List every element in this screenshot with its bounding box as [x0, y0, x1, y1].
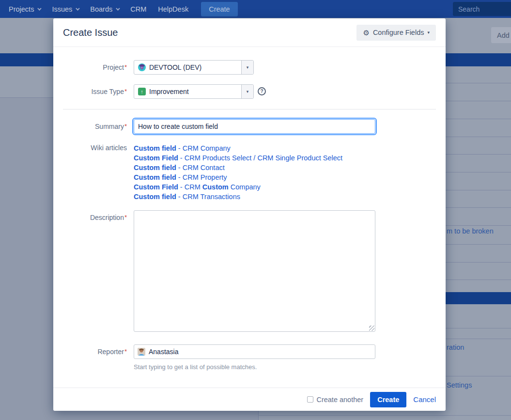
configure-fields-label: Configure Fields [373, 29, 424, 36]
wiki-articles-list: Custom field - CRM Company Custom Field … [134, 143, 342, 202]
wiki-link-rest: - CRM [178, 183, 202, 191]
wiki-link-rest: - CRM Transactions [176, 193, 240, 201]
wiki-link-rest: - CRM Property [176, 173, 227, 181]
wiki-link-bold: Custom field [134, 144, 176, 152]
create-button[interactable]: Create [370, 392, 406, 407]
background-link-ration-item[interactable]: ration [447, 343, 464, 351]
wiki-link-rest: - CRM Contact [176, 164, 225, 171]
caret-down-icon: ▾ [247, 65, 249, 70]
description-label-text: Description [90, 214, 124, 221]
row-divider [259, 415, 511, 416]
nav-issues[interactable]: Issues [46, 0, 84, 18]
create-issue-dialog: Create Issue ⚙ Configure Fields ▾ Projec… [53, 18, 446, 411]
create-another-checkbox[interactable] [307, 396, 313, 403]
required-asterisk: * [124, 123, 127, 130]
description-label: Description* [63, 210, 127, 332]
nav-helpdesk-label: HelpDesk [158, 5, 188, 13]
improvement-arrow-up-icon: ↑ [138, 88, 146, 95]
nav-crm[interactable]: CRM [124, 0, 152, 18]
project-avatar-icon [138, 63, 146, 71]
nav-projects-label: Projects [9, 5, 34, 13]
chevron-down-icon [38, 6, 42, 10]
reporter-help-text: Start typing to get a list of possible m… [134, 363, 375, 371]
wiki-articles-row: Wiki articles Custom field - CRM Company… [63, 143, 436, 202]
summary-label-text: Summary [95, 123, 124, 130]
wiki-link-rest: Company [229, 183, 261, 191]
description-row: Description* [63, 210, 436, 332]
create-another-option[interactable]: Create another [307, 396, 363, 404]
nav-boards[interactable]: Boards [84, 0, 124, 18]
wiki-link-bold: Custom field [134, 164, 176, 171]
required-asterisk: * [124, 348, 127, 355]
issue-type-dropdown-button[interactable]: ▾ [241, 85, 253, 98]
summary-input[interactable] [134, 119, 375, 134]
wiki-link-crm-custom-company[interactable]: Custom Field - CRM Custom Company [134, 182, 342, 192]
project-select[interactable]: DEVTOOL (DEV) ▾ [134, 60, 254, 75]
reporter-avatar [138, 348, 145, 356]
dialog-footer: Create another Create Cancel [53, 388, 446, 411]
wiki-link-crm-property[interactable]: Custom field - CRM Property [134, 172, 342, 182]
issue-type-row: Issue Type* ↑ Improvement ▾ ? [63, 84, 436, 99]
chevron-down-icon [76, 6, 79, 10]
dialog-header: Create Issue ⚙ Configure Fields ▾ [53, 18, 446, 47]
nav-create-button[interactable]: Create [201, 2, 238, 16]
issue-type-select-value: ↑ Improvement [134, 85, 241, 98]
wiki-link-bold: Custom Field [134, 154, 178, 162]
chevron-down-icon [116, 6, 120, 10]
configure-fields-button[interactable]: ⚙ Configure Fields ▾ [356, 25, 436, 41]
reporter-label: Reporter* [63, 344, 127, 371]
summary-row: Summary* [63, 119, 436, 134]
project-dropdown-button[interactable]: ▾ [241, 61, 253, 74]
issue-type-label: Issue Type* [63, 84, 127, 99]
required-asterisk: * [124, 88, 127, 95]
wiki-link-crm-company[interactable]: Custom field - CRM Company [134, 143, 342, 153]
form-divider [63, 109, 436, 109]
project-select-value: DEVTOOL (DEV) [134, 61, 241, 74]
wiki-link-bold: Custom field [134, 193, 176, 201]
dialog-body: Project* DEVTOOL (DEV) [53, 47, 446, 388]
reporter-row: Reporter* Anastasia Sta [63, 344, 436, 371]
reporter-value-text: Anastasia [149, 348, 178, 356]
wiki-link-rest: - CRM Company [176, 144, 231, 152]
cancel-link[interactable]: Cancel [413, 395, 436, 404]
dialog-title: Create Issue [63, 27, 118, 38]
nav-issues-label: Issues [52, 5, 72, 13]
required-asterisk: * [124, 63, 127, 71]
caret-down-icon: ▾ [427, 30, 430, 35]
wiki-link-bold: Custom field [134, 173, 176, 181]
issue-type-value-text: Improvement [149, 88, 189, 95]
project-label: Project* [63, 60, 127, 75]
description-textarea[interactable] [134, 210, 375, 332]
project-value-text: DEVTOOL (DEV) [149, 63, 201, 71]
nav-helpdesk[interactable]: HelpDesk [152, 0, 194, 18]
wiki-link-bold: Custom Field [134, 183, 178, 191]
caret-down-icon: ▾ [247, 89, 249, 94]
create-another-label: Create another [316, 396, 363, 404]
nav-boards-label: Boards [90, 5, 112, 13]
wiki-link-crm-contact[interactable]: Custom field - CRM Contact [134, 163, 342, 172]
search-input[interactable] [453, 2, 511, 16]
screen: Add g m to be broken ration Settings Pro… [0, 0, 511, 420]
wiki-link-crm-transactions[interactable]: Custom field - CRM Transactions [134, 192, 342, 202]
issue-type-select[interactable]: ↑ Improvement ▾ [134, 84, 254, 99]
add-gadget-button[interactable]: Add g [491, 27, 511, 43]
nav-projects[interactable]: Projects [3, 0, 46, 18]
reporter-input[interactable]: Anastasia [134, 344, 375, 359]
wiki-link-bold: Custom [202, 183, 229, 191]
nav-crm-label: CRM [130, 5, 146, 13]
background-link-broken-item[interactable]: m to be broken [447, 227, 494, 235]
project-label-text: Project [103, 63, 124, 71]
help-icon[interactable]: ? [258, 87, 266, 95]
summary-label: Summary* [63, 119, 127, 134]
required-asterisk: * [124, 214, 127, 221]
top-navbar: Projects Issues Boards CRM HelpDesk Crea… [0, 0, 511, 18]
project-row: Project* DEVTOOL (DEV) [63, 60, 436, 75]
reporter-label-text: Reporter [97, 348, 124, 356]
gear-icon: ⚙ [363, 29, 369, 36]
issue-type-label-text: Issue Type [91, 88, 124, 95]
wiki-articles-label: Wiki articles [63, 143, 127, 202]
background-link-settings[interactable]: Settings [447, 381, 472, 389]
wiki-link-rest: - CRM Products Select / CRM Single Produ… [178, 154, 342, 162]
wiki-link-crm-products-select[interactable]: Custom Field - CRM Products Select / CRM… [134, 153, 342, 163]
resize-handle[interactable] [369, 326, 374, 331]
